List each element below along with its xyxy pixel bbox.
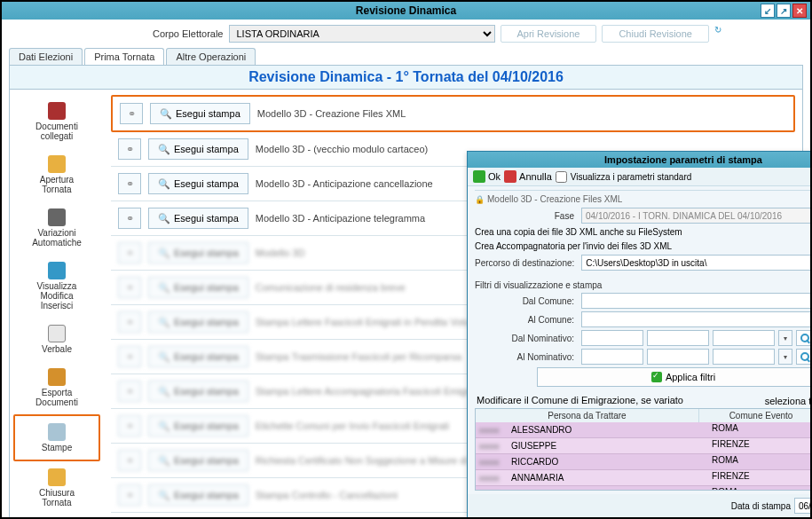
row-link-button[interactable]: ⚭ bbox=[120, 103, 143, 124]
accomp-label: Crea Accompagnatoria per l'invio dei fil… bbox=[475, 241, 812, 251]
print-icon bbox=[48, 423, 66, 441]
sidebar-item-label: EsportaDocumenti bbox=[35, 388, 78, 407]
modal-title: Impostazione parametri di stampa bbox=[604, 154, 762, 165]
esegui-stampa-button[interactable]: 🔍Esegui stampa bbox=[150, 103, 250, 124]
sidebar-item-close[interactable]: ChiusuraTornata bbox=[13, 461, 100, 515]
apply-filters-button[interactable]: Applica filtri bbox=[537, 367, 812, 387]
esegui-stampa-button[interactable]: 🔍Esegui stampa bbox=[148, 242, 248, 263]
copy-fs-label: Crea una copia dei file 3D XML anche su … bbox=[475, 227, 812, 237]
dal-nom-3[interactable] bbox=[713, 330, 775, 346]
dal-nom-2[interactable] bbox=[647, 330, 709, 346]
row-link-button[interactable]: ⚭ bbox=[118, 346, 141, 367]
tab-bar: Dati Elezioni Prima Tornata Altre Operaz… bbox=[2, 48, 810, 65]
corpo-select[interactable]: LISTA ORDINARIA bbox=[229, 25, 495, 43]
dest-input[interactable] bbox=[581, 255, 812, 271]
export-icon bbox=[48, 368, 66, 386]
row-link-button[interactable]: ⚭ bbox=[118, 450, 141, 471]
sidebar-item-book[interactable]: Documenticollegati bbox=[13, 95, 100, 148]
group-legend: Modello 3D - Creazione Files XML bbox=[475, 194, 812, 204]
search-icon bbox=[800, 352, 809, 361]
esegui-stampa-button[interactable]: 🔍Esegui stampa bbox=[148, 450, 248, 471]
dal-nom-dropdown[interactable]: ▾ bbox=[778, 330, 792, 346]
al-nom-dropdown[interactable]: ▾ bbox=[778, 349, 792, 365]
table-row[interactable]: xxxxxCRISTINAROMA bbox=[476, 486, 812, 490]
stampa-row: ⚭🔍Esegui stampaModello 3D - Creazione Fi… bbox=[111, 95, 795, 132]
ok-button[interactable]: Ok bbox=[473, 170, 501, 183]
esegui-stampa-button[interactable]: 🔍Esegui stampa bbox=[148, 277, 248, 298]
col-comune[interactable]: Comune Evento bbox=[699, 409, 812, 422]
maximize-icon[interactable]: ↗ bbox=[777, 4, 791, 18]
al-nom-2[interactable] bbox=[647, 349, 709, 365]
tab-dati-elezioni[interactable]: Dati Elezioni bbox=[9, 48, 83, 65]
window-title: Revisione Dinamica bbox=[356, 4, 456, 17]
esegui-stampa-button[interactable]: 🔍Esegui stampa bbox=[148, 311, 248, 333]
dal-comune-input[interactable] bbox=[581, 293, 812, 309]
cell-persona: xxxxxANNAMARIA bbox=[476, 470, 708, 485]
row-link-button[interactable]: ⚭ bbox=[118, 138, 141, 160]
esegui-stampa-button[interactable]: 🔍Esegui stampa bbox=[148, 138, 248, 160]
filters-label: Filtri di visualizzazione e stampa bbox=[475, 280, 812, 290]
group-modello: Modello 3D - Creazione Files XML Fase Cr… bbox=[475, 190, 812, 275]
data-grid: Persona da Trattare Comune Evento Selezi… bbox=[475, 408, 812, 491]
row-link-button[interactable]: ⚭ bbox=[118, 484, 141, 506]
top-toolbar: Corpo Elettorale LISTA ORDINARIA Apri Re… bbox=[2, 20, 810, 48]
sidebar-item-label: Verbale bbox=[42, 344, 72, 354]
tab-altre-operazioni[interactable]: Altre Operazioni bbox=[166, 48, 256, 65]
row-link-button[interactable]: ⚭ bbox=[118, 311, 141, 333]
row-label: Etichette Comuni per Invio Fascicoli Emi… bbox=[256, 421, 449, 431]
print-params-dialog: Impostazione parametri di stampa ↗ ✕ Ok … bbox=[467, 151, 812, 518]
dal-nom-search[interactable] bbox=[796, 330, 812, 346]
row-link-button[interactable]: ⚭ bbox=[118, 277, 141, 298]
esegui-stampa-button[interactable]: 🔍Esegui stampa bbox=[148, 346, 248, 367]
dest-label: Percorso di destinazione: bbox=[475, 258, 578, 268]
refresh-icon[interactable]: ↻ bbox=[714, 27, 729, 42]
apri-revisione-button[interactable]: Apri Revisione bbox=[501, 25, 597, 43]
row-link-button[interactable]: ⚭ bbox=[118, 242, 141, 263]
row-link-button[interactable]: ⚭ bbox=[118, 208, 141, 229]
row-link-button[interactable]: ⚭ bbox=[118, 381, 141, 402]
tab-prima-tornata[interactable]: Prima Tornata bbox=[84, 48, 164, 65]
col-persona[interactable]: Persona da Trattare bbox=[476, 409, 699, 422]
table-row[interactable]: xxxxxGIUSEPPEFIRENZE bbox=[476, 438, 812, 454]
row-label: Stampa Controllo - Cancellazioni bbox=[256, 490, 398, 500]
al-nom-1[interactable] bbox=[581, 349, 643, 365]
dal-comune-label: Dal Comune: bbox=[475, 296, 578, 306]
sidebar-item-export[interactable]: EsportaDocumenti bbox=[13, 361, 100, 414]
print-date-input[interactable] bbox=[794, 498, 812, 514]
row-label: Modello 3D - (vecchio modulo cartaceo) bbox=[256, 144, 428, 154]
table-row[interactable]: xxxxxANNAMARIAFIRENZE bbox=[476, 470, 812, 486]
sidebar: DocumenticollegatiAperturaTornataVariazi… bbox=[10, 90, 104, 519]
chiudi-revisione-button[interactable]: Chiudi Revisione bbox=[602, 25, 709, 43]
al-comune-input[interactable] bbox=[581, 311, 812, 327]
cell-comune: FIRENZE bbox=[708, 470, 812, 485]
cell-persona: xxxxxGIUSEPPE bbox=[476, 438, 708, 453]
al-nom-search[interactable] bbox=[796, 349, 812, 365]
al-nom-3[interactable] bbox=[713, 349, 775, 365]
esegui-stampa-button[interactable]: 🔍Esegui stampa bbox=[148, 484, 248, 506]
esegui-stampa-button[interactable]: 🔍Esegui stampa bbox=[148, 381, 248, 402]
row-link-button[interactable]: ⚭ bbox=[118, 173, 141, 194]
row-link-button[interactable]: ⚭ bbox=[118, 415, 141, 436]
esegui-stampa-button[interactable]: 🔍Esegui stampa bbox=[148, 415, 248, 436]
std-params-checkbox[interactable] bbox=[556, 171, 567, 183]
cell-comune: FIRENZE bbox=[708, 438, 812, 453]
filter-box: Filtri di visualizzazione e stampa Dal C… bbox=[475, 277, 812, 391]
cancel-button[interactable]: Annulla bbox=[504, 170, 552, 183]
sidebar-item-var[interactable]: VariazioniAutomatiche bbox=[13, 201, 100, 255]
al-nom-label: Al Nominativo: bbox=[475, 352, 578, 362]
sidebar-item-print[interactable]: Stampe bbox=[13, 414, 100, 461]
esegui-stampa-button[interactable]: 🔍Esegui stampa bbox=[148, 173, 248, 194]
table-row[interactable]: xxxxxALESSANDROROMA bbox=[476, 422, 812, 438]
minimize-icon[interactable]: ↙ bbox=[761, 4, 775, 18]
modal-titlebar: Impostazione parametri di stampa ↗ ✕ bbox=[468, 152, 812, 168]
esegui-stampa-button[interactable]: 🔍Esegui stampa bbox=[148, 208, 248, 229]
sidebar-item-edit[interactable]: VisualizzaModificaInserisci bbox=[13, 255, 100, 318]
close-icon[interactable]: ✕ bbox=[792, 4, 807, 18]
sidebar-item-lock[interactable]: AperturaTornata bbox=[13, 148, 100, 201]
table-row[interactable]: xxxxxRICCARDOROMA bbox=[476, 454, 812, 470]
dal-nom-1[interactable] bbox=[581, 330, 643, 346]
book-icon bbox=[48, 102, 66, 120]
var-icon bbox=[48, 208, 66, 226]
sidebar-item-doc[interactable]: Verbale bbox=[13, 318, 100, 361]
sidebar-item-label: VariazioniAutomatiche bbox=[32, 228, 82, 248]
